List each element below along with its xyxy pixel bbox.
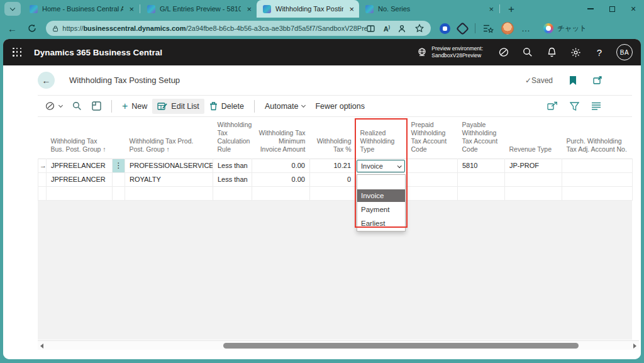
cell-prepaid-account[interactable] <box>407 159 458 172</box>
column-header-realized-type[interactable]: Realized Withholding Type <box>356 118 407 159</box>
edit-list-button[interactable]: Edit List <box>152 99 204 114</box>
help-button[interactable]: ? <box>587 47 611 58</box>
chevron-down-icon <box>58 103 63 107</box>
cell-purch-adj-account[interactable] <box>562 186 633 200</box>
scrollbar-thumb[interactable] <box>223 343 579 349</box>
cell-tax-pct[interactable] <box>310 186 356 200</box>
url-field[interactable]: https://businesscentral.dynamics.com/2a9… <box>46 21 431 36</box>
tab-close-icon[interactable]: × <box>489 5 494 13</box>
cell-tax-pct[interactable]: 10.21 <box>310 159 356 172</box>
read-aloud-icon[interactable]: A) <box>384 25 390 33</box>
browser-tab-withholding-active[interactable]: Withholding Tax Posting Setup × <box>257 0 359 18</box>
share-icon[interactable] <box>547 101 558 111</box>
favorites-collections-icon[interactable] <box>483 24 494 33</box>
cell-prod-post-group[interactable] <box>125 186 213 200</box>
tab-close-icon[interactable]: × <box>349 5 354 13</box>
analyze-button[interactable] <box>87 98 106 114</box>
settings-button[interactable] <box>564 47 587 58</box>
cell-prod-post-group[interactable]: ROYALTY <box>125 172 213 186</box>
filter-icon[interactable] <box>570 102 579 111</box>
cell-min-invoice[interactable]: 0.00 <box>252 159 310 172</box>
profile-sync-icon[interactable] <box>398 25 407 33</box>
copilot-menu-button[interactable] <box>40 98 67 114</box>
tab-search-button[interactable] <box>4 2 21 16</box>
horizontal-scrollbar[interactable] <box>38 340 639 350</box>
refresh-button[interactable] <box>28 24 36 33</box>
cell-min-invoice[interactable]: 0.00 <box>252 172 310 186</box>
column-header-purch-adj-account[interactable]: Purch. Withholding Tax Adj. Account No. <box>562 118 633 159</box>
trash-icon <box>209 101 218 111</box>
column-header-payable-account[interactable]: Payable Withholding Tax Account Code <box>458 118 505 159</box>
cell-min-invoice[interactable] <box>252 186 310 200</box>
app-launcher-waffle-icon[interactable] <box>13 48 22 57</box>
cell-revenue-type[interactable]: JP-PROF <box>505 159 562 172</box>
column-header-prepaid-account[interactable]: Prepaid Withholding Tax Account Code <box>407 118 458 159</box>
realized-withholding-type-select[interactable]: Invoice <box>357 160 405 172</box>
copilot-button[interactable] <box>492 47 516 57</box>
list-options-icon[interactable] <box>591 102 601 110</box>
column-header-revenue-type[interactable]: Revenue Type <box>505 118 562 159</box>
browser-tab-gl-entries[interactable]: G/L Entries Preview - 5810 Withhol × <box>141 0 257 18</box>
tab-close-icon[interactable]: × <box>129 5 134 13</box>
app-header-actions: Preview environment: SandboxV28Preview <box>417 44 641 60</box>
extension-icon-2[interactable] <box>456 21 469 35</box>
browser-menu-button[interactable]: … <box>521 23 531 33</box>
minimize-button[interactable] <box>580 0 601 18</box>
cell-revenue-type[interactable] <box>505 186 562 200</box>
cell-revenue-type[interactable] <box>505 172 562 186</box>
cell-purch-adj-account[interactable] <box>562 172 633 186</box>
cell-prepaid-account[interactable] <box>407 172 458 186</box>
page-back-button[interactable]: ← <box>38 72 55 89</box>
notifications-button[interactable] <box>540 47 564 57</box>
split-screen-icon[interactable] <box>367 25 375 33</box>
column-header-calc-rule[interactable]: Withholding Tax Calculation Rule <box>213 118 252 159</box>
favorite-star-icon[interactable] <box>415 24 424 33</box>
column-header-prod-post-group[interactable]: Withholding Tax Prod. Post. Group ↑ <box>125 118 213 159</box>
row-menu-button[interactable]: ⋮ <box>113 159 125 172</box>
dropdown-option-payment[interactable]: Payment <box>357 203 405 216</box>
cell-payable-account[interactable] <box>458 186 505 200</box>
cell-calc-rule[interactable]: Less than <box>213 172 252 186</box>
browser-back-button[interactable]: ← <box>8 23 17 34</box>
copilot-chat-button[interactable]: チャット <box>543 23 587 33</box>
column-header-min-invoice[interactable]: Withholding Tax Minimum Invoice Amount <box>252 118 310 159</box>
open-in-new-window-icon[interactable] <box>593 76 602 85</box>
user-avatar[interactable]: BA <box>616 44 633 60</box>
maximize-button[interactable] <box>601 0 623 18</box>
close-window-button[interactable]: × <box>623 0 644 18</box>
cell-prepaid-account[interactable] <box>407 186 458 200</box>
browser-tab-no-series[interactable]: No. Series × <box>359 0 499 18</box>
dropdown-option-invoice[interactable]: Invoice <box>357 189 405 202</box>
search-list-button[interactable] <box>67 98 87 114</box>
cell-bus-post-group[interactable]: JPFREELANCER <box>47 159 113 172</box>
browser-tab-home[interactable]: Home - Business Central Admin Ce × <box>23 0 139 18</box>
cell-payable-account[interactable] <box>458 172 505 186</box>
dropdown-option-earliest[interactable]: Earliest <box>357 217 405 230</box>
environment-badge[interactable]: Preview environment: SandboxV28Preview <box>417 45 483 59</box>
bookmark-icon[interactable] <box>569 75 577 86</box>
cell-payable-account[interactable]: 5810 <box>458 159 505 172</box>
scroll-left-arrow-icon[interactable] <box>40 343 43 349</box>
new-tab-button[interactable]: + <box>508 4 514 14</box>
browser-profile-avatar[interactable] <box>501 22 514 35</box>
scroll-right-arrow-icon[interactable] <box>633 343 636 349</box>
cell-calc-rule[interactable] <box>213 186 252 200</box>
cell-tax-pct[interactable]: 0 <box>310 172 356 186</box>
dropdown-option-blank[interactable] <box>357 175 405 187</box>
delete-button[interactable]: Delete <box>204 98 249 114</box>
cell-bus-post-group[interactable]: JPFREELANCER <box>47 172 113 186</box>
cell-calc-rule[interactable]: Less than <box>213 159 252 172</box>
new-button[interactable]: + New <box>117 98 152 115</box>
cell-prod-post-group[interactable]: PROFESSIONALSERVICE <box>125 159 213 172</box>
app-title[interactable]: Dynamics 365 Business Central <box>34 48 162 57</box>
search-button[interactable] <box>516 47 540 57</box>
fewer-options-button[interactable]: Fewer options <box>310 99 370 114</box>
column-header-bus-post-group[interactable]: Withholding Tax Bus. Post. Group ↑ <box>47 118 113 159</box>
cell-bus-post-group[interactable] <box>47 186 113 200</box>
automate-button[interactable]: Automate <box>260 99 311 114</box>
extension-icon-1[interactable] <box>440 23 450 34</box>
cell-purch-adj-account[interactable] <box>562 159 633 172</box>
selected-option-label: Invoice <box>361 162 383 170</box>
column-header-tax-pct[interactable]: Withholding Tax % <box>310 118 356 159</box>
tab-close-icon[interactable]: × <box>247 5 252 13</box>
